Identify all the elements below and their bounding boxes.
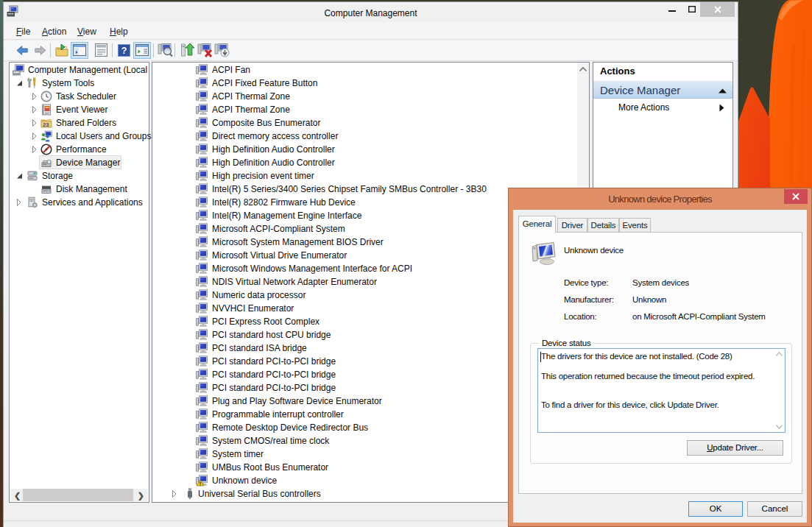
svg-text:23: 23: [43, 121, 49, 128]
svg-text:?: ?: [121, 46, 127, 56]
